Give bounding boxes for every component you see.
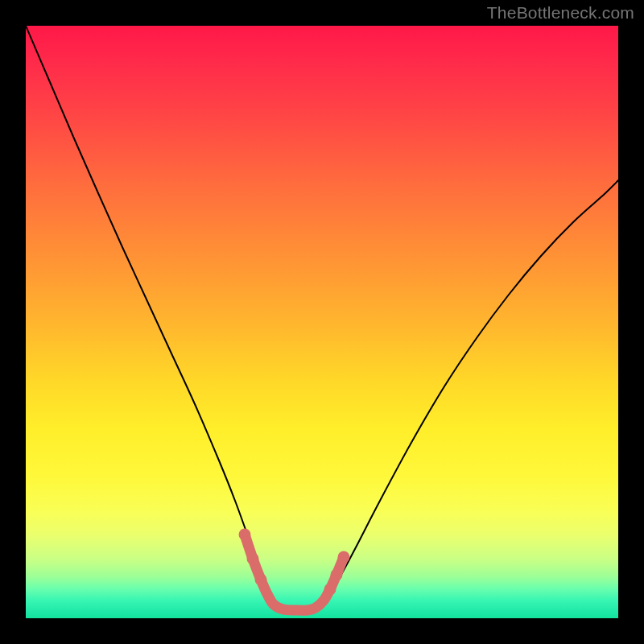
marker-dot [255,574,267,586]
marker-dot [324,584,336,596]
marker-dot [331,569,343,581]
plot-area [26,26,618,618]
bottom-marker [245,535,344,610]
watermark-text: TheBottleneck.com [487,3,634,23]
bottom-marker-dots [239,529,350,596]
bottleneck-curve [26,26,618,611]
curve-svg [26,26,618,618]
chart-frame: TheBottleneck.com [0,0,644,644]
marker-dot [239,529,251,541]
marker-dot [247,553,259,565]
marker-dot [338,551,350,564]
